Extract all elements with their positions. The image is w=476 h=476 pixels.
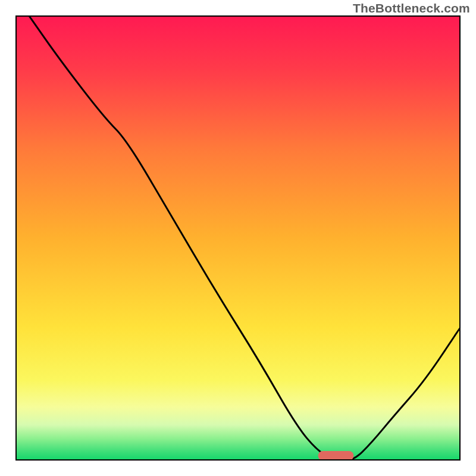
bottleneck-chart — [15, 15, 461, 461]
optimal-marker — [318, 451, 354, 461]
chart-container: TheBottleneck.com — [0, 0, 476, 476]
watermark-label: TheBottleneck.com — [353, 1, 470, 15]
plot-background — [15, 15, 461, 461]
